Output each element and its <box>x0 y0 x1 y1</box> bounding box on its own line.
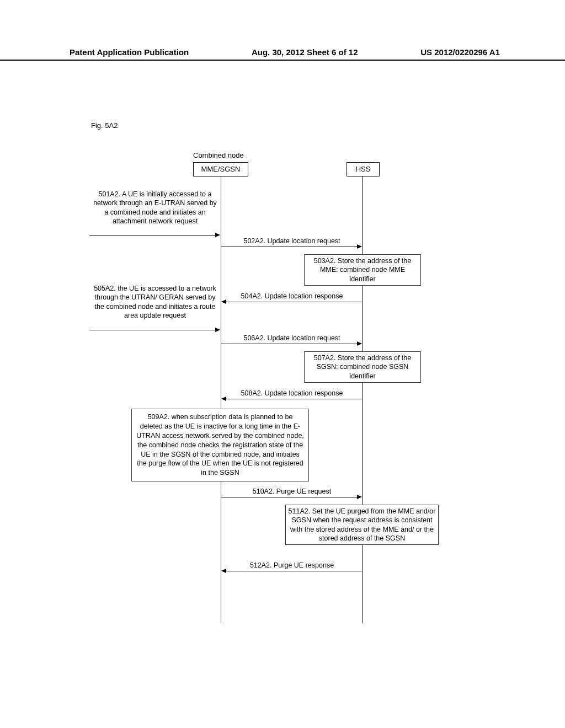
page-container: Patent Application Publication Aug. 30, … <box>0 0 565 728</box>
step-510a2-text: 510A2. Purge UE request <box>228 487 355 496</box>
step-505a2-text: 505A2. the UE is accessed to a network t… <box>93 284 217 320</box>
arrow-501a2 <box>89 235 220 235</box>
actor-mme-sgsn: MME/SGSN <box>193 162 248 176</box>
step-508a2-text: 508A2. Update location response <box>226 389 358 398</box>
step-503a2-box: 503A2. Store the address of the MME: com… <box>304 254 421 286</box>
arrow-512a2 <box>222 571 362 571</box>
arrow-508a2 <box>222 399 362 399</box>
header-right: US 2012/0220296 A1 <box>420 47 500 57</box>
step-512a2-text: 512A2. Purge UE response <box>226 561 358 570</box>
arrow-504a2 <box>222 302 362 302</box>
page-header: Patent Application Publication Aug. 30, … <box>0 47 565 57</box>
step-501a2-text: 501A2. A UE is initially accessed to a n… <box>90 190 220 226</box>
arrow-510a2 <box>221 497 361 497</box>
lifeline-hss <box>363 176 363 623</box>
arrow-506a2 <box>221 344 361 344</box>
arrow-505a2 <box>89 330 220 330</box>
combined-node-label: Combined node <box>193 151 244 159</box>
step-506a2-text: 506A2. Update location request <box>228 334 355 342</box>
step-507a2-box: 507A2. Store the address of the SGSN: co… <box>304 351 421 383</box>
step-502a2-text: 502A2. Update location request <box>228 237 355 245</box>
actor-hss: HSS <box>347 162 380 176</box>
header-divider <box>0 60 565 61</box>
step-504a2-text: 504A2. Update location response <box>226 292 358 301</box>
header-center: Aug. 30, 2012 Sheet 6 of 12 <box>252 47 358 57</box>
step-509a2-box: 509A2. when subscription data is planned… <box>131 409 309 481</box>
arrow-502a2 <box>221 247 361 247</box>
figure-label: Fig. 5A2 <box>91 121 118 130</box>
header-left: Patent Application Publication <box>70 47 189 57</box>
step-511a2-box: 511A2. Set the UE purged from the MME an… <box>285 505 439 545</box>
